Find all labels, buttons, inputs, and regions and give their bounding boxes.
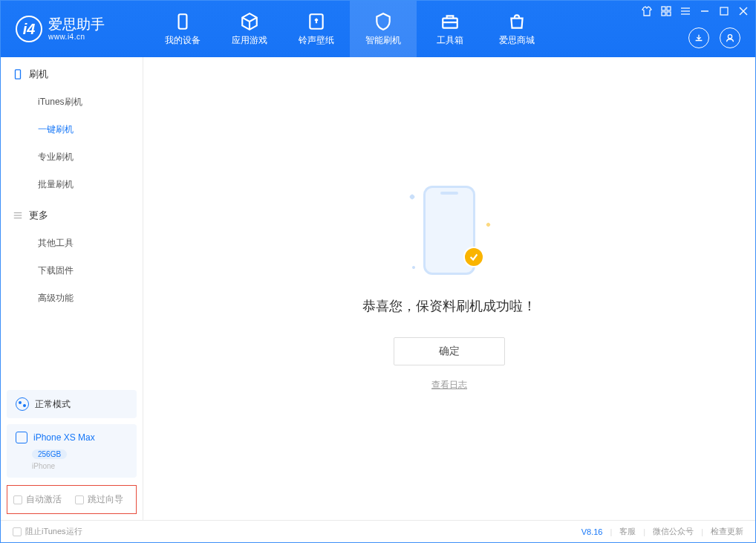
sidebar-group-flash: 刷机 <box>1 57 143 88</box>
sidebar-item-advanced[interactable]: 高级功能 <box>1 284 143 312</box>
phone-icon <box>13 69 23 79</box>
mode-label: 正常模式 <box>35 398 71 411</box>
skip-guide-checkbox[interactable]: 跳过向导 <box>75 493 123 506</box>
device-name: iPhone XS Max <box>33 432 95 443</box>
device-box[interactable]: iPhone XS Max 256GB iPhone <box>7 424 137 478</box>
svg-rect-4 <box>667 7 671 10</box>
nav-toolbox[interactable]: 工具箱 <box>417 1 483 57</box>
device-icon <box>173 12 192 31</box>
highlighted-checkbox-row: 自动激活 跳过向导 <box>7 485 137 514</box>
footer-link-wechat[interactable]: 微信公众号 <box>653 526 694 537</box>
storage-badge: 256GB <box>32 449 67 459</box>
logo-icon: i4 <box>16 16 42 42</box>
version-label: V8.16 <box>581 527 603 536</box>
main-content: 恭喜您，保资料刷机成功啦！ 确定 查看日志 <box>143 57 755 520</box>
music-icon <box>307 12 326 31</box>
nav-store[interactable]: 爱思商城 <box>483 1 550 57</box>
success-message: 恭喜您，保资料刷机成功啦！ <box>362 297 536 315</box>
app-header: i4 爱思助手 www.i4.cn 我的设备 应用游戏 铃声壁纸 智能刷机 工具… <box>1 1 755 57</box>
app-subtitle: www.i4.cn <box>48 33 105 41</box>
svg-rect-5 <box>662 12 665 16</box>
maximize-icon[interactable] <box>718 5 730 17</box>
logo-area: i4 爱思助手 www.i4.cn <box>1 1 149 57</box>
mode-icon <box>16 397 29 411</box>
sidebar: 刷机 iTunes刷机 一键刷机 专业刷机 批量刷机 更多 其他工具 下载固件 … <box>1 57 143 520</box>
sidebar-item-itunes-flash[interactable]: iTunes刷机 <box>1 88 143 116</box>
sidebar-item-batch-flash[interactable]: 批量刷机 <box>1 171 143 198</box>
minimize-icon[interactable] <box>699 5 711 17</box>
store-icon <box>507 12 527 31</box>
checkbox-icon <box>13 527 22 536</box>
footer-bar: 阻止iTunes运行 V8.16 | 客服 | 微信公众号 | 检查更新 <box>1 520 755 542</box>
close-icon[interactable] <box>737 5 749 17</box>
shirt-icon[interactable] <box>641 5 653 17</box>
auto-activate-checkbox[interactable]: 自动激活 <box>13 493 62 506</box>
svg-rect-6 <box>667 12 671 16</box>
app-title: 爱思助手 <box>48 17 105 33</box>
list-icon <box>13 210 23 221</box>
svg-rect-11 <box>720 7 728 15</box>
footer-link-support[interactable]: 客服 <box>619 526 636 537</box>
footer-link-update[interactable]: 检查更新 <box>711 526 743 537</box>
cube-icon <box>240 12 259 31</box>
nav-tabs: 我的设备 应用游戏 铃声壁纸 智能刷机 工具箱 爱思商城 <box>149 1 550 57</box>
sidebar-item-other-tools[interactable]: 其他工具 <box>1 230 143 257</box>
ok-button[interactable]: 确定 <box>394 337 505 365</box>
user-icon[interactable] <box>720 27 740 48</box>
nav-smart-flash[interactable]: 智能刷机 <box>350 1 417 57</box>
checkbox-icon <box>75 495 84 504</box>
mode-status-box[interactable]: 正常模式 <box>7 390 137 418</box>
shield-icon <box>374 12 393 31</box>
sidebar-item-download-firmware[interactable]: 下载固件 <box>1 257 143 284</box>
svg-rect-0 <box>179 14 187 29</box>
success-illustration <box>423 186 475 275</box>
menu-icon[interactable] <box>680 5 691 17</box>
nav-my-device[interactable]: 我的设备 <box>149 1 216 57</box>
toolbox-icon <box>440 12 460 31</box>
device-type: iPhone <box>32 462 128 470</box>
checkbox-icon <box>13 495 22 504</box>
sidebar-item-onekey-flash[interactable]: 一键刷机 <box>1 116 143 143</box>
sidebar-item-pro-flash[interactable]: 专业刷机 <box>1 143 143 171</box>
sidebar-group-more: 更多 <box>1 198 143 230</box>
svg-rect-15 <box>16 70 21 79</box>
device-phone-icon <box>16 432 27 443</box>
grid-icon[interactable] <box>660 5 672 17</box>
check-circle-icon <box>463 247 484 267</box>
block-itunes-checkbox[interactable]: 阻止iTunes运行 <box>13 526 82 537</box>
svg-point-14 <box>728 35 731 39</box>
download-icon[interactable] <box>688 27 709 48</box>
view-log-link[interactable]: 查看日志 <box>431 379 467 391</box>
nav-apps-games[interactable]: 应用游戏 <box>216 1 283 57</box>
window-controls <box>641 5 749 17</box>
svg-rect-3 <box>662 7 665 10</box>
nav-ringtone-wallpaper[interactable]: 铃声壁纸 <box>283 1 350 57</box>
